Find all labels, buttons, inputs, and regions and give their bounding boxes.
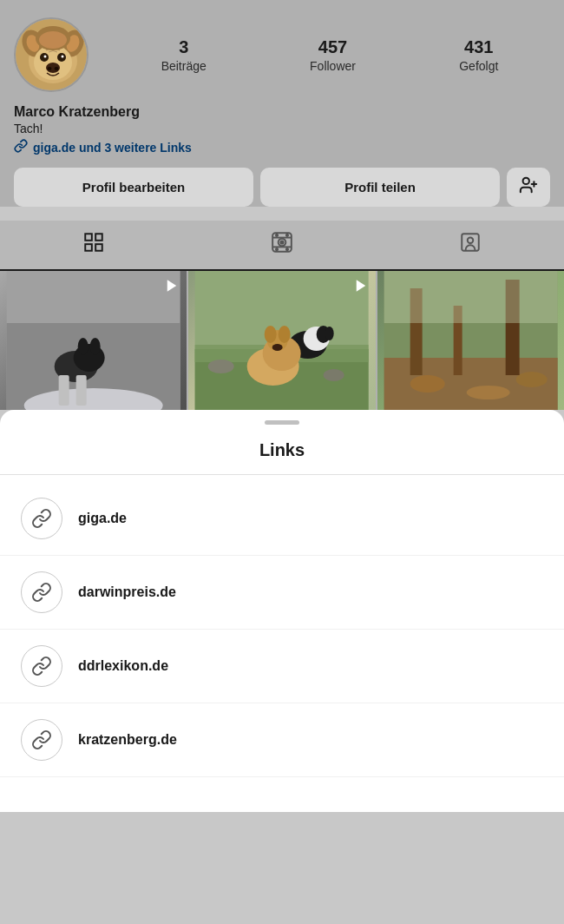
svg-rect-22	[95, 244, 102, 251]
svg-rect-19	[86, 234, 93, 241]
svg-point-55	[265, 326, 277, 343]
link-url-4: kratzenberg.de	[78, 732, 177, 748]
svg-point-9	[44, 56, 47, 58]
profile-info: Marco Kratzenberg Tach! giga.de und 3 we…	[14, 104, 550, 155]
edit-profile-button[interactable]: Profil bearbeiten	[14, 168, 253, 207]
avatar[interactable]	[14, 17, 89, 92]
profile-section: 3 Beiträge 457 Follower 431 Gefolgt Marc…	[0, 0, 564, 207]
svg-rect-21	[86, 244, 93, 251]
photo-cell-3[interactable]	[377, 271, 564, 410]
profile-header: 3 Beiträge 457 Follower 431 Gefolgt	[14, 17, 550, 92]
svg-point-30	[276, 248, 278, 250]
sheet-title: Links	[0, 432, 564, 474]
svg-point-56	[279, 326, 291, 343]
link-url-1: giga.de	[78, 511, 127, 526]
profile-link[interactable]: giga.de und 3 weitere Links	[14, 139, 550, 155]
sheet-handle-area[interactable]	[0, 410, 564, 432]
action-buttons: Profil bearbeiten Profil teilen	[14, 168, 550, 207]
stat-posts[interactable]: 3 Beiträge	[161, 36, 207, 73]
svg-point-47	[324, 369, 344, 381]
link-item-2[interactable]: darwinpreis.de	[0, 556, 564, 630]
link-icon-1	[21, 498, 62, 539]
reels-icon	[271, 231, 293, 259]
link-chain-icon	[14, 139, 28, 155]
profile-name: Marco Kratzenberg	[14, 104, 550, 120]
tab-reels[interactable]	[188, 221, 377, 271]
svg-rect-42	[76, 375, 87, 406]
profile-bio: Tach!	[14, 122, 550, 135]
stat-followers[interactable]: 457 Follower	[310, 36, 356, 73]
grid-icon	[82, 231, 105, 259]
followers-label: Follower	[310, 59, 356, 73]
svg-point-15	[39, 31, 67, 49]
following-count: 431	[464, 36, 493, 57]
posts-count: 3	[179, 36, 188, 57]
link-text: giga.de und 3 weitere Links	[33, 141, 192, 155]
link-url-3: ddrlexikon.de	[78, 658, 168, 674]
tab-grid[interactable]	[0, 221, 188, 271]
stat-following[interactable]: 431 Gefolgt	[459, 36, 498, 73]
posts-label: Beiträge	[161, 59, 207, 73]
svg-point-51	[325, 327, 334, 340]
svg-point-46	[208, 360, 234, 373]
link-item-4[interactable]: kratzenberg.de	[0, 703, 564, 777]
tab-bar	[0, 221, 564, 271]
svg-point-57	[272, 344, 283, 351]
tab-tagged[interactable]	[376, 221, 564, 271]
followers-count: 457	[318, 36, 347, 57]
share-profile-button[interactable]: Profil teilen	[260, 168, 500, 207]
photo-cell-1[interactable]	[0, 271, 187, 410]
add-person-button[interactable]	[507, 168, 550, 207]
link-icon-3	[21, 645, 62, 687]
svg-rect-20	[95, 234, 102, 241]
sheet-divider	[0, 474, 564, 475]
svg-point-10	[62, 56, 64, 58]
tagged-icon	[459, 231, 482, 259]
svg-point-40	[90, 338, 101, 355]
svg-point-39	[78, 338, 89, 355]
svg-point-33	[467, 238, 473, 244]
photo-grid	[0, 271, 564, 410]
bottom-sheet: Links giga.de darwinpreis.de dd	[0, 410, 564, 812]
svg-point-31	[286, 248, 288, 250]
link-icon-2	[21, 571, 62, 613]
svg-point-29	[286, 234, 288, 236]
svg-rect-41	[59, 375, 69, 406]
svg-rect-32	[462, 234, 479, 251]
svg-point-13	[55, 67, 59, 70]
svg-point-60	[410, 375, 444, 393]
svg-point-25	[280, 241, 283, 243]
following-label: Gefolgt	[459, 59, 498, 73]
svg-point-16	[523, 178, 529, 184]
stats-row: 3 Beiträge 457 Follower 431 Gefolgt	[109, 36, 550, 73]
svg-point-62	[515, 372, 547, 387]
video-overlay-2	[353, 278, 369, 297]
sheet-drag-handle	[265, 420, 299, 425]
video-overlay-1	[164, 278, 180, 297]
photo-cell-2[interactable]	[188, 271, 375, 410]
link-item-1[interactable]: giga.de	[0, 482, 564, 556]
link-item-3[interactable]: ddrlexikon.de	[0, 630, 564, 703]
svg-point-61	[466, 386, 509, 399]
svg-rect-66	[384, 271, 557, 323]
link-url-2: darwinpreis.de	[78, 584, 176, 600]
svg-point-28	[276, 234, 278, 236]
svg-point-12	[48, 67, 52, 70]
link-icon-4	[21, 719, 62, 761]
